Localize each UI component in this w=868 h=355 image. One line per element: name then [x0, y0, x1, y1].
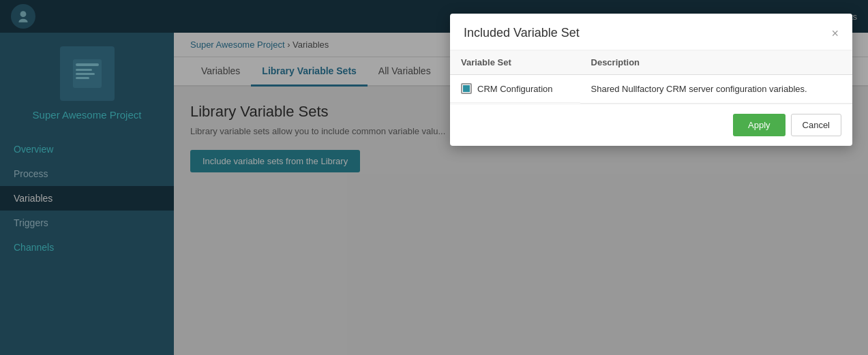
modal-title: Included Variable Set	[464, 26, 580, 40]
variable-set-checkbox[interactable]	[461, 83, 472, 94]
variable-set-checkbox-cell: CRM Configuration	[461, 83, 553, 94]
variable-set-name: CRM Configuration	[477, 84, 553, 94]
modal-body: Variable Set Description CRM Configurati…	[450, 50, 852, 104]
table-header-row: Variable Set Description	[450, 50, 852, 75]
cancel-button[interactable]: Cancel	[791, 114, 841, 136]
modal-footer: Apply Cancel	[450, 104, 852, 146]
modal-included-variable-set: Included Variable Set × Variable Set Des…	[450, 14, 852, 146]
modal-header: Included Variable Set ×	[450, 14, 852, 50]
table-cell-variable-set: CRM Configuration	[450, 75, 580, 103]
apply-button[interactable]: Apply	[733, 114, 785, 136]
modal-close-button[interactable]: ×	[831, 27, 839, 40]
col-description: Description	[580, 50, 852, 75]
variable-set-table: Variable Set Description CRM Configurati…	[450, 50, 852, 104]
col-variable-set: Variable Set	[450, 50, 580, 75]
table-row: CRM Configuration Shared Nullfactory CRM…	[450, 75, 852, 104]
table-cell-description: Shared Nullfactory CRM server configurat…	[580, 75, 852, 104]
